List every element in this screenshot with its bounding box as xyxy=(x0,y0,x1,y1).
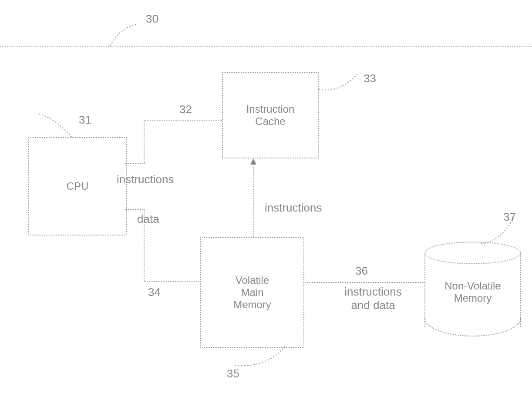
ref-33: 33 xyxy=(364,72,376,85)
edge-cpu-icache-v xyxy=(144,120,145,163)
ref-35: 35 xyxy=(227,367,239,380)
nvm-label: Non-Volatile Memory xyxy=(444,280,501,304)
edge-vmm-icache-arrow xyxy=(250,158,256,165)
edge-vmm-nvm-label: instructions and data xyxy=(334,285,412,312)
ref-36: 36 xyxy=(355,264,368,278)
ref-32: 32 xyxy=(179,103,192,116)
icache-box: Instruction Cache xyxy=(222,72,319,158)
edge-cpu-icache-h2 xyxy=(144,120,222,121)
ref-31: 31 xyxy=(79,113,91,127)
edge-vmm-icache xyxy=(253,165,254,237)
icache-label: Instruction Cache xyxy=(246,103,295,128)
edge-cpu-vmm-h2 xyxy=(144,281,200,282)
nvm-cylinder: Non-Volatile Memory xyxy=(424,242,521,335)
boundary-line xyxy=(0,46,532,47)
edge-cpu-icache-label: instructions xyxy=(117,173,174,186)
edge-cpu-icache-h1 xyxy=(125,163,145,164)
cpu-box: CPU xyxy=(28,137,127,236)
ref-34: 34 xyxy=(148,286,161,299)
ref-37: 37 xyxy=(503,210,516,224)
leader-33 xyxy=(318,72,361,98)
ref-30: 30 xyxy=(146,12,158,26)
leader-31 xyxy=(37,111,76,139)
vmm-box: Volatile Main Memory xyxy=(200,237,304,348)
leader-30 xyxy=(108,22,143,48)
cpu-label: CPU xyxy=(67,180,89,192)
edge-cpu-vmm-h1 xyxy=(125,209,145,210)
edge-vmm-nvm xyxy=(303,282,424,283)
edge-vmm-icache-label: instructions xyxy=(265,201,322,215)
leader-35 xyxy=(233,346,290,370)
edge-cpu-vmm-label: data xyxy=(137,212,159,226)
diagram-canvas: 30 CPU 31 Instruction Cache 33 Volatile … xyxy=(0,0,532,397)
vmm-label: Volatile Main Memory xyxy=(233,274,271,311)
